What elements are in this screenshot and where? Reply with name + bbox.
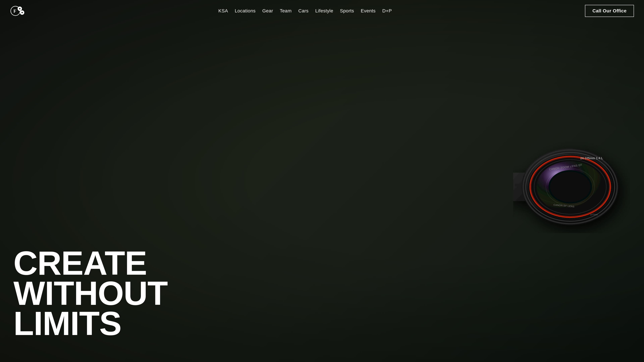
svg-text:F: F — [14, 8, 16, 13]
nav-item-ksa[interactable]: KSA — [218, 8, 228, 13]
logo-container[interactable]: F — [10, 3, 25, 18]
svg-point-5 — [22, 12, 23, 13]
nav-item-team[interactable]: Team — [280, 8, 292, 13]
nav-item-cars[interactable]: Cars — [298, 8, 308, 13]
header: F KSA Locations Gear Team Cars Lifestyle… — [0, 0, 322, 22]
nav-item-lifestyle[interactable]: Lifestyle — [315, 8, 322, 13]
main-nav: KSA Locations Gear Team Cars Lifestyle S… — [25, 8, 322, 13]
nav-item-gear[interactable]: Gear — [262, 8, 273, 13]
hero-section: F KSA Locations Gear Team Cars Lifestyle… — [0, 0, 322, 181]
logo: F — [10, 3, 25, 18]
nav-item-locations[interactable]: Locations — [235, 8, 256, 13]
svg-point-4 — [19, 8, 20, 9]
